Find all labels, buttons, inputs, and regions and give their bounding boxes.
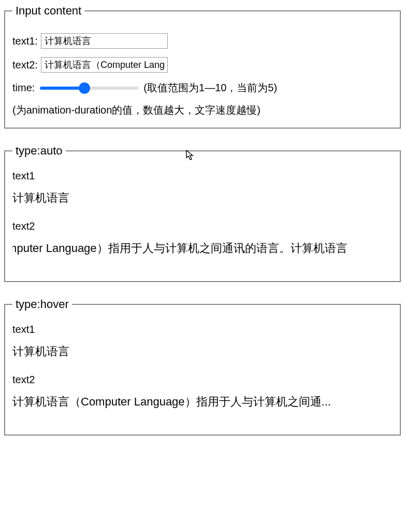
text1-input[interactable]	[41, 33, 168, 49]
time-range-note: (取值范围为1—10，当前为5)	[143, 81, 277, 95]
time-label: time:	[12, 82, 35, 94]
type-hover-legend: type:hover	[12, 298, 72, 311]
input-content-fieldset: Input content text1: text2: time: (取值范围为…	[4, 4, 401, 129]
input-content-legend: Input content	[12, 4, 84, 18]
time-description: (为animation-duration的值，数值越大，文字速度越慢)	[12, 103, 393, 117]
auto-text2-label: text2	[12, 220, 393, 232]
hover-text2-display: 计算机语言（Computer Language）指用于人与计算机之间通...	[12, 394, 393, 410]
hover-text1-label: text1	[12, 324, 393, 335]
auto-text2-display: 计算机语言（Computer Language）指用于人与计算机之间通讯的语言。…	[12, 241, 393, 256]
hover-text2-label: text2	[12, 374, 393, 386]
type-auto-fieldset: type:auto text1 计算机语言 text2 计算机语言（Comput…	[4, 144, 401, 282]
auto-text1-label: text1	[12, 170, 393, 182]
time-slider[interactable]	[40, 87, 138, 90]
text1-label: text1:	[12, 35, 38, 47]
type-hover-fieldset: type:hover text1 计算机语言 text2 计算机语言（Compu…	[4, 298, 401, 436]
text1-row: text1:	[12, 33, 393, 49]
type-auto-legend: type:auto	[12, 144, 66, 158]
text2-label: text2:	[12, 59, 38, 71]
hover-text1-display: 计算机语言	[12, 344, 393, 359]
auto-text1-display: 计算机语言	[12, 190, 393, 206]
time-row: time: (取值范围为1—10，当前为5)	[12, 81, 393, 95]
text2-input[interactable]	[41, 57, 168, 73]
text2-row: text2:	[12, 57, 393, 73]
